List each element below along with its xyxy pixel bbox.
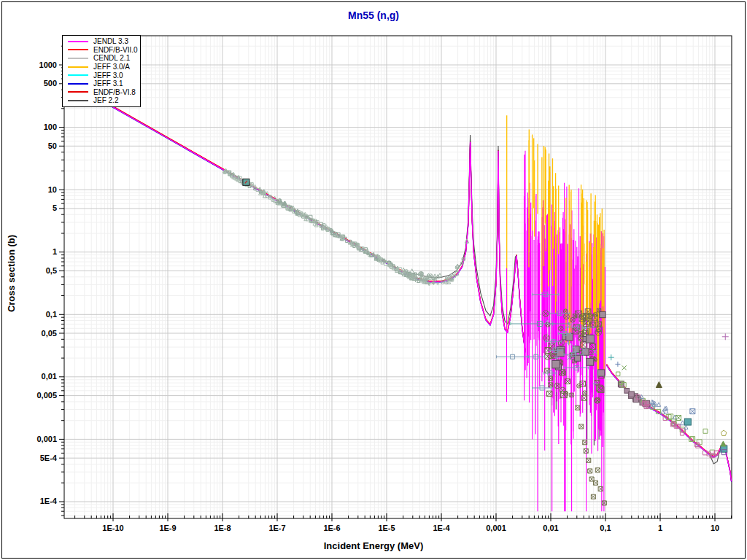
y-tick-label: 0,1 bbox=[46, 310, 57, 319]
curve-jeff-3-0 bbox=[65, 79, 526, 352]
x-tick-label: 1E-9 bbox=[159, 524, 176, 532]
x-tick-label: 1E-7 bbox=[268, 524, 285, 532]
legend-item-endf-b-vii-0: ENDF/B-VII.0 bbox=[63, 46, 140, 55]
legend-label: JENDL 3.3 bbox=[93, 37, 128, 45]
y-axis-title: Cross section (b) bbox=[6, 164, 20, 383]
legend-line-swatch bbox=[68, 100, 88, 101]
legend-item-endf-b-vi-8: ENDF/B-VI.8 bbox=[63, 88, 140, 97]
legend-item-jeff-3-1: JEFF 3.1 bbox=[63, 79, 140, 88]
x-tick-label: 10 bbox=[711, 524, 719, 532]
legend-label: JEFF 3.0/A bbox=[93, 63, 130, 71]
x-axis-title: Incident Energy (MeV) bbox=[0, 540, 747, 551]
legend-label: JEF 2.2 bbox=[93, 96, 118, 104]
legend-label: JEFF 3.0 bbox=[93, 71, 123, 79]
legend-item-cendl-2-1: CENDL 2.1 bbox=[63, 54, 140, 63]
legend-label: ENDF/B-VII.0 bbox=[93, 46, 138, 54]
y-tick-label: 50 bbox=[48, 141, 57, 150]
curve-jeff-3-1 bbox=[65, 79, 526, 352]
legend-label: JEFF 3.1 bbox=[93, 79, 123, 88]
cross-section-plot-page: Mn55 (n,g) 1E-101E-91E-81E-71E-61E-51E-4… bbox=[0, 0, 747, 560]
y-tick-label: 0,001 bbox=[36, 435, 57, 443]
y-tick-label: 0,5 bbox=[46, 266, 57, 275]
x-tick-label: 1E-4 bbox=[433, 524, 450, 532]
y-tick-label: 1000 bbox=[39, 61, 57, 69]
x-tick-label: 1E-8 bbox=[214, 524, 231, 532]
legend-item-jeff-3-0-a: JEFF 3.0/A bbox=[63, 63, 140, 71]
curve-jef-2-2 bbox=[65, 79, 526, 352]
y-tick-label: 5E-4 bbox=[40, 454, 58, 462]
x-tick-label: 1 bbox=[658, 524, 662, 532]
y-tick-label: 100 bbox=[44, 122, 57, 131]
y-tick-label: 1E-4 bbox=[40, 497, 58, 505]
experimental-data-points bbox=[223, 168, 729, 505]
y-tick-label: 1 bbox=[53, 247, 57, 256]
y-tick-label: 500 bbox=[44, 79, 57, 88]
legend-line-swatch bbox=[68, 91, 88, 93]
y-tick-label: 5 bbox=[53, 203, 57, 212]
legend-line-swatch bbox=[68, 74, 88, 76]
legend-label: ENDF/B-VI.8 bbox=[93, 88, 136, 96]
x-tick-label: 1E-5 bbox=[378, 524, 395, 532]
spikes-jendl bbox=[525, 151, 605, 512]
x-tick-label: 0,1 bbox=[600, 524, 611, 532]
y-tick-label: 10 bbox=[48, 185, 57, 194]
curve-jendl-3-3 bbox=[65, 79, 526, 352]
y-tick-label: 0,01 bbox=[42, 372, 57, 381]
legend-item-jeff-3-0: JEFF 3.0 bbox=[63, 71, 140, 79]
legend-line-swatch bbox=[68, 49, 88, 50]
x-tick-label: 1E-6 bbox=[323, 524, 340, 532]
x-tick-label: 0,01 bbox=[543, 524, 558, 532]
x-tick-label: 1E-10 bbox=[102, 524, 123, 532]
legend-line-swatch bbox=[68, 41, 88, 42]
legend-label: CENDL 2.1 bbox=[93, 54, 130, 62]
x-tick-label: 0,001 bbox=[486, 524, 506, 532]
legend-line-swatch bbox=[68, 66, 88, 68]
legend-box: JENDL 3.3ENDF/B-VII.0CENDL 2.1JEFF 3.0/A… bbox=[62, 35, 141, 107]
grid-minor bbox=[64, 36, 732, 518]
axis-ticks bbox=[59, 46, 732, 521]
legend-item-jendl-3-3: JENDL 3.3 bbox=[63, 37, 140, 46]
y-tick-label: 0,005 bbox=[36, 391, 57, 400]
legend-line-swatch bbox=[68, 58, 88, 59]
spikes-jendl-extra bbox=[507, 221, 536, 440]
legend-item-jef-2-2: JEF 2.2 bbox=[63, 96, 140, 105]
legend-line-swatch bbox=[68, 83, 88, 85]
y-tick-label: 0,05 bbox=[42, 329, 57, 338]
